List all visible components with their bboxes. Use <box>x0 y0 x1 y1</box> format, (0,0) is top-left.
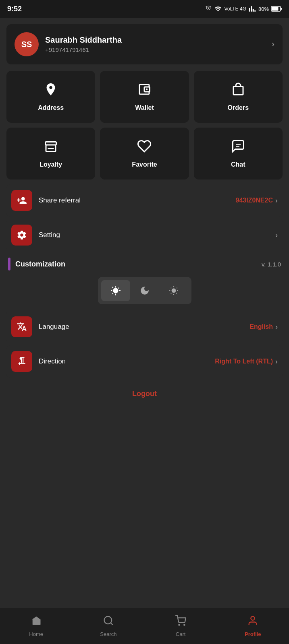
direction-value: Right To Left (RTL) <box>215 358 273 365</box>
profile-left: SS Saurabh Siddhartha +919741791461 <box>15 32 122 56</box>
favorite-icon <box>137 139 152 156</box>
referral-label: Share referral <box>39 196 236 204</box>
nav-home-label: Home <box>29 631 43 637</box>
nav-home[interactable]: Home <box>0 615 72 637</box>
svg-point-3 <box>146 89 148 91</box>
nav-search-label: Search <box>100 631 116 637</box>
language-chevron-icon: › <box>275 323 278 331</box>
status-bar: 9:52 VoLTE 4G 80% <box>0 0 289 18</box>
wifi-icon <box>214 5 222 12</box>
loyalty-label: Loyalty <box>40 161 62 168</box>
orders-icon <box>231 82 245 99</box>
network-label: VoLTE 4G <box>224 6 246 12</box>
svg-rect-4 <box>48 148 54 149</box>
profile-nav-icon <box>247 615 258 629</box>
profile-card[interactable]: SS Saurabh Siddhartha +919741791461 › <box>6 24 283 64</box>
avatar: SS <box>15 32 39 56</box>
version-text: v. 1.1.0 <box>262 261 281 268</box>
nav-search[interactable]: Search <box>72 615 144 637</box>
theme-toggle <box>98 277 191 304</box>
alarm-icon <box>205 5 212 12</box>
search-icon <box>103 615 114 629</box>
address-icon <box>44 82 58 99</box>
wallet-icon <box>137 82 152 99</box>
home-icon <box>31 615 42 629</box>
setting-icon <box>11 225 32 246</box>
grid-item-address[interactable]: Address <box>6 71 95 123</box>
nav-cart[interactable]: Cart <box>145 615 217 637</box>
svg-point-11 <box>251 617 255 620</box>
referral-chevron-icon: › <box>275 196 278 205</box>
address-label: Address <box>38 104 64 111</box>
grid-item-loyalty[interactable]: Loyalty <box>6 128 95 180</box>
nav-profile[interactable]: Profile <box>217 615 289 637</box>
setting-chevron-icon: › <box>275 231 278 239</box>
grid-menu-row1: Address Wallet Orders Loyalty Favorite <box>6 71 283 180</box>
nav-cart-label: Cart <box>176 631 186 637</box>
profile-phone: +919741791461 <box>45 46 122 53</box>
status-icons: VoLTE 4G 80% <box>205 5 282 12</box>
language-value: English <box>249 323 273 330</box>
grid-item-orders[interactable]: Orders <box>194 71 283 123</box>
profile-info: Saurabh Siddhartha +919741791461 <box>45 35 122 53</box>
svg-rect-1 <box>272 7 279 11</box>
customization-header: Customization v. 1.1.0 <box>6 258 283 270</box>
svg-point-10 <box>184 624 185 625</box>
customization-section: Customization v. 1.1.0 <box>6 258 283 304</box>
svg-point-7 <box>104 617 112 624</box>
chat-icon <box>231 139 245 156</box>
battery-icon <box>271 6 282 12</box>
profile-chevron-icon: › <box>272 39 274 50</box>
direction-item[interactable]: Direction Right To Left (RTL) › <box>6 345 283 378</box>
signal-icon <box>249 5 256 12</box>
customization-title: Customization <box>15 260 65 268</box>
direction-icon <box>11 351 32 372</box>
wallet-label: Wallet <box>135 104 154 111</box>
logout-button[interactable]: Logout <box>6 382 283 406</box>
theme-auto-btn[interactable] <box>159 280 188 301</box>
customization-left: Customization <box>8 258 65 270</box>
battery-label: 80% <box>258 6 269 12</box>
setting-item[interactable]: Setting › <box>6 219 283 251</box>
grid-item-wallet[interactable]: Wallet <box>100 71 189 123</box>
nav-profile-label: Profile <box>245 631 261 637</box>
theme-light-btn[interactable] <box>101 280 130 301</box>
setting-label: Setting <box>39 231 275 239</box>
chat-label: Chat <box>231 161 245 168</box>
status-time: 9:52 <box>7 5 22 13</box>
language-label: Language <box>39 323 249 331</box>
favorite-label: Favorite <box>132 161 157 168</box>
theme-dark-btn[interactable] <box>130 280 159 301</box>
bottom-nav: Home Search Cart Profile <box>0 608 289 644</box>
orders-label: Orders <box>228 104 249 111</box>
purple-bar-decoration <box>8 258 10 270</box>
svg-rect-2 <box>281 8 282 10</box>
loyalty-icon <box>44 139 58 156</box>
referral-value: 943IZ0NE2C <box>236 197 273 204</box>
svg-line-8 <box>110 623 112 625</box>
direction-label: Direction <box>39 357 215 365</box>
language-icon <box>11 316 32 337</box>
share-referral-item[interactable]: Share referral 943IZ0NE2C › <box>6 184 283 217</box>
grid-item-favorite[interactable]: Favorite <box>100 128 189 180</box>
main-content: SS Saurabh Siddhartha +919741791461 › Ad… <box>0 18 289 425</box>
cart-icon <box>175 615 186 629</box>
profile-name: Saurabh Siddhartha <box>45 35 122 45</box>
grid-item-chat[interactable]: Chat <box>194 128 283 180</box>
language-item[interactable]: Language English › <box>6 311 283 343</box>
svg-point-9 <box>179 624 179 625</box>
referral-icon <box>11 190 32 211</box>
direction-chevron-icon: › <box>275 357 278 366</box>
